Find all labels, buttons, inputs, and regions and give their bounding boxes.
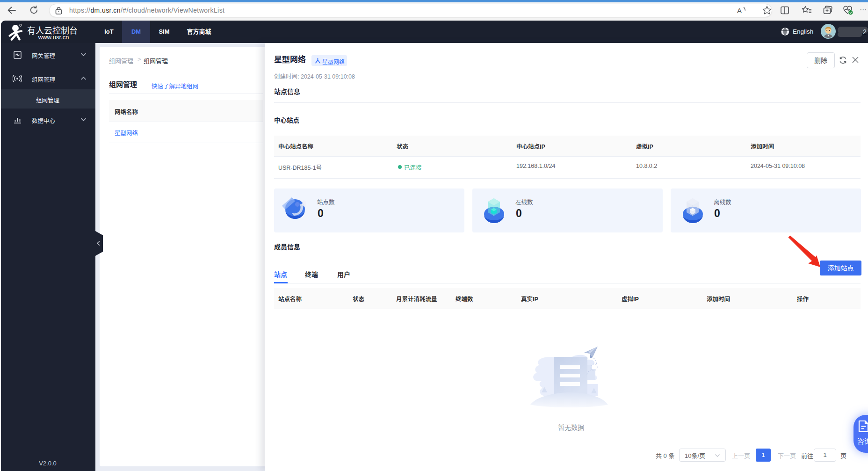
svg-text:A: A — [737, 7, 742, 14]
